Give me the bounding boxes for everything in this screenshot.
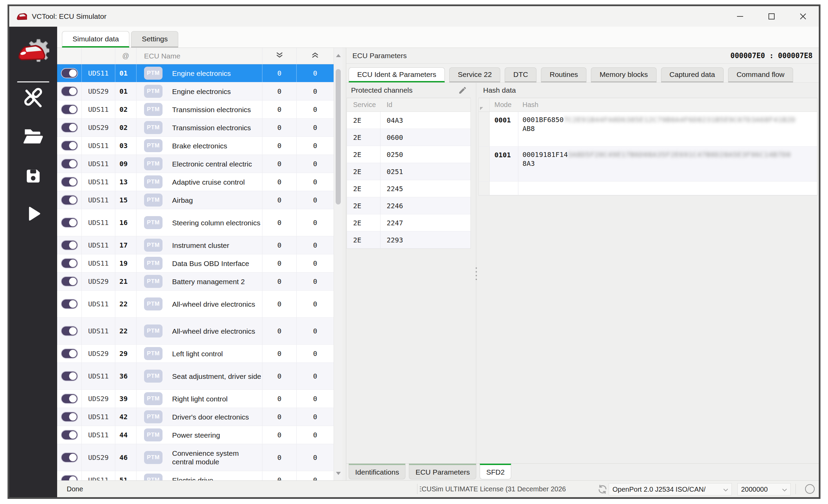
ecu-enabled-toggle[interactable]	[62, 69, 77, 78]
ecu-table-header[interactable]: @ ECU Name	[57, 48, 334, 64]
refresh-icon[interactable]	[597, 484, 608, 495]
splitter-handle[interactable]	[476, 267, 477, 280]
save-icon[interactable]	[25, 168, 42, 186]
protected-channel-row[interactable]: 2E2246	[347, 197, 470, 214]
ecu-row[interactable]: UDS1109PTMElectronic central electric00	[57, 155, 334, 173]
tx-count: 0	[297, 101, 334, 118]
tx-count: 0	[297, 363, 334, 389]
ecu-name-cell: PTMTransmission electronics	[137, 101, 262, 118]
device-select[interactable]: OpenPort 2.0 J2534 ISO/CAN/	[609, 483, 732, 495]
ecu-enabled-toggle[interactable]	[62, 476, 77, 480]
protected-channel-row[interactable]: 2E2247	[347, 214, 470, 231]
protected-channel-row[interactable]: 2E0251	[347, 163, 470, 180]
ecu-row[interactable]: UDS1119PTMData Bus OBD Interface00	[57, 254, 334, 273]
protected-channel-row[interactable]: 2E0600	[347, 129, 470, 146]
tab-routines[interactable]: Routines	[541, 67, 586, 82]
ecu-enabled-toggle[interactable]	[62, 412, 77, 421]
baud-select[interactable]: 2000000	[737, 483, 791, 495]
hash-table-header[interactable]: Mode Hash	[479, 98, 817, 112]
ecu-enabled-toggle[interactable]	[62, 372, 77, 381]
ecu-row[interactable]: UDS1144PTMPower steering00	[57, 426, 334, 444]
edit-pencil-icon[interactable]	[458, 85, 467, 95]
tab-memory-blocks[interactable]: Memory blocks	[591, 67, 656, 82]
ecu-enabled-toggle[interactable]	[62, 277, 77, 286]
protected-channels-table-header[interactable]: Service Id	[347, 98, 470, 112]
ecu-enabled-toggle[interactable]	[62, 159, 77, 168]
tab-simulator-data[interactable]: Simulator data	[62, 31, 129, 48]
ecu-enabled-toggle[interactable]	[62, 327, 77, 335]
ecu-row[interactable]: UDS2921PTMBattery management 200	[57, 273, 334, 291]
ecu-row[interactable]: UDS1142PTMDriver's door electronics00	[57, 408, 334, 426]
ecu-row[interactable]: UDS1102PTMTransmission electronics00	[57, 101, 334, 119]
open-folder-icon[interactable]	[23, 127, 43, 147]
protected-channel-row[interactable]: 2E2293	[347, 231, 470, 249]
ecu-enabled-toggle[interactable]	[62, 300, 77, 308]
scrollbar-up-arrow[interactable]	[336, 54, 341, 57]
ecu-row[interactable]: UDS2902PTMTransmission electronics00	[57, 119, 334, 137]
tab-ecu-ident-parameters[interactable]: ECU Ident & Parameters	[349, 67, 445, 82]
protected-channels-panel: Protected channels Service Id 2	[346, 83, 474, 463]
ecu-row[interactable]: UDS1136PTMSeat adjustment, driver side00	[57, 363, 334, 390]
ecu-enabled-toggle[interactable]	[62, 241, 77, 250]
ecu-row[interactable]: UDS1101PTMEngine electronics00	[57, 64, 334, 82]
hash-table-gutter	[479, 98, 490, 111]
disconnect-icon[interactable]	[23, 88, 44, 110]
scrollbar-thumb[interactable]	[336, 69, 341, 204]
ecu-row[interactable]: UDS1122PTMAll-wheel drive electronics00	[57, 291, 334, 318]
ecu-address: 03	[115, 137, 137, 155]
ecu-enabled-toggle[interactable]	[62, 87, 77, 96]
ecu-enabled-toggle[interactable]	[62, 430, 77, 439]
tab-captured-data[interactable]: Captured data	[661, 67, 724, 82]
ecu-list-scrollbar[interactable]	[334, 48, 342, 480]
tab-command-flow[interactable]: Command flow	[728, 67, 793, 82]
ecu-enabled-toggle[interactable]	[62, 394, 77, 403]
ecu-row[interactable]: UDS2901PTMEngine electronics00	[57, 82, 334, 101]
ecu-enabled-toggle[interactable]	[62, 349, 77, 358]
ecu-row[interactable]: UDS1122PTMAll-wheel drive electronics00	[57, 318, 334, 345]
tab-sfd2[interactable]: SFD2	[480, 464, 511, 479]
ecu-row[interactable]: UDS1113PTMAdaptive cruise control00	[57, 173, 334, 191]
ecu-row[interactable]: UDS2939PTMRight light control00	[57, 390, 334, 408]
ecu-enabled-toggle[interactable]	[62, 196, 77, 204]
tab-identifications[interactable]: Identifications	[349, 464, 405, 479]
tab-settings[interactable]: Settings	[131, 31, 178, 48]
ecu-row[interactable]: UDS1116PTMSteering column electronics00	[57, 209, 334, 236]
ecu-name-cell: PTMRight light control	[137, 390, 262, 408]
header-tx-column[interactable]	[297, 48, 334, 64]
panel-splitter[interactable]	[474, 83, 478, 463]
ecu-row[interactable]: UDS2929PTMLeft light control00	[57, 345, 334, 363]
ecu-enabled-toggle[interactable]	[62, 453, 77, 462]
ecu-row[interactable]: UDS1151PTMElectric drive00	[57, 471, 334, 480]
protected-channel-row[interactable]: 2E04A3	[347, 112, 470, 129]
tx-count: 0	[297, 408, 334, 426]
protected-channel-row[interactable]: 2E0250	[347, 146, 470, 163]
tab-label: ECU Ident & Parameters	[357, 70, 436, 79]
ecu-enabled-toggle[interactable]	[62, 141, 77, 150]
ecu-name-cell: PTMAdaptive cruise control	[137, 173, 262, 191]
tab-ecu-parameters-bottom[interactable]: ECU Parameters	[409, 464, 476, 479]
ecu-row[interactable]: UDS1103PTMBrake electronics00	[57, 137, 334, 155]
scrollbar-down-arrow[interactable]	[336, 472, 341, 475]
ecu-row[interactable]: UDS1117PTMInstrument cluster00	[57, 236, 334, 254]
hash-row[interactable]: 00010001BF68507C2E91B44FA0D6385E12C79B0A…	[479, 112, 817, 147]
tx-count: 0	[297, 119, 334, 136]
ecu-enabled-toggle[interactable]	[62, 259, 77, 268]
ecu-enabled-toggle[interactable]	[62, 218, 77, 227]
protected-channel-row[interactable]: 2E2245	[347, 180, 470, 197]
close-button[interactable]	[787, 6, 819, 27]
ecu-address: 51	[115, 471, 137, 480]
ecu-row[interactable]: UDS2946PTMConvenience system central mod…	[57, 444, 334, 471]
ecu-enabled-toggle[interactable]	[62, 177, 77, 186]
ecu-row[interactable]: UDS1115PTMAirbag00	[57, 191, 334, 209]
ecu-protocol: UDS29	[82, 390, 115, 408]
header-rx-column[interactable]	[262, 48, 297, 64]
ecu-enabled-toggle[interactable]	[62, 105, 77, 114]
hash-row[interactable]: 010100019181F143A8D5F20C49E17B6D08A35F2E…	[479, 147, 817, 182]
play-icon[interactable]	[24, 204, 43, 224]
maximize-button[interactable]	[756, 6, 787, 27]
tab-service-22[interactable]: Service 22	[449, 67, 500, 82]
sidebar	[9, 27, 57, 497]
tab-dtc[interactable]: DTC	[505, 67, 536, 82]
minimize-button[interactable]	[724, 6, 756, 27]
ecu-enabled-toggle[interactable]	[62, 123, 77, 132]
